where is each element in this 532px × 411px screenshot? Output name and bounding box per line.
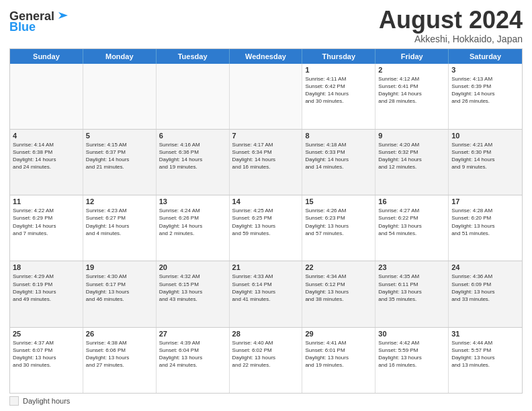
calendar-row: 11Sunrise: 4:22 AM Sunset: 6:29 PM Dayli… <box>10 195 522 261</box>
calendar-header-cell: Sunday <box>10 49 83 64</box>
calendar-cell: 20Sunrise: 4:32 AM Sunset: 6:15 PM Dayli… <box>157 261 230 326</box>
calendar-cell <box>230 64 303 129</box>
calendar-cell: 24Sunrise: 4:36 AM Sunset: 6:09 PM Dayli… <box>449 261 522 326</box>
cell-info: Sunrise: 4:38 AM Sunset: 6:06 PM Dayligh… <box>86 339 153 369</box>
cell-day-number: 6 <box>159 132 226 140</box>
cell-info: Sunrise: 4:22 AM Sunset: 6:29 PM Dayligh… <box>13 207 80 237</box>
calendar-cell: 22Sunrise: 4:34 AM Sunset: 6:12 PM Dayli… <box>302 261 375 326</box>
cell-info: Sunrise: 4:16 AM Sunset: 6:36 PM Dayligh… <box>159 141 226 171</box>
calendar-cell <box>10 64 83 129</box>
calendar-row: 25Sunrise: 4:37 AM Sunset: 6:07 PM Dayli… <box>10 327 522 393</box>
cell-day-number: 28 <box>232 330 300 338</box>
header: General Blue August 2024 Akkeshi, Hokkai… <box>9 7 523 44</box>
calendar-cell: 4Sunrise: 4:14 AM Sunset: 6:38 PM Daylig… <box>10 130 83 195</box>
calendar-cell: 31Sunrise: 4:44 AM Sunset: 5:57 PM Dayli… <box>449 328 522 393</box>
cell-info: Sunrise: 4:13 AM Sunset: 6:39 PM Dayligh… <box>451 75 519 105</box>
calendar-cell: 11Sunrise: 4:22 AM Sunset: 6:29 PM Dayli… <box>10 195 83 261</box>
calendar-cell: 27Sunrise: 4:39 AM Sunset: 6:04 PM Dayli… <box>157 328 230 393</box>
svg-marker-0 <box>58 12 68 19</box>
calendar-row: 18Sunrise: 4:29 AM Sunset: 6:19 PM Dayli… <box>10 261 522 326</box>
footer-label: Daylight hours <box>23 397 70 405</box>
logo-arrow-icon <box>56 8 71 23</box>
cell-day-number: 22 <box>305 263 372 271</box>
cell-day-number: 20 <box>159 263 226 271</box>
calendar-cell: 9Sunrise: 4:20 AM Sunset: 6:32 PM Daylig… <box>375 130 449 195</box>
calendar-cell <box>157 64 230 129</box>
cell-info: Sunrise: 4:40 AM Sunset: 6:02 PM Dayligh… <box>232 339 300 369</box>
cell-day-number: 19 <box>86 263 153 271</box>
calendar: SundayMondayTuesdayWednesdayThursdayFrid… <box>9 48 523 394</box>
calendar-cell: 28Sunrise: 4:40 AM Sunset: 6:02 PM Dayli… <box>230 328 303 393</box>
calendar-cell: 14Sunrise: 4:25 AM Sunset: 6:25 PM Dayli… <box>230 195 303 261</box>
cell-day-number: 16 <box>378 197 445 205</box>
cell-info: Sunrise: 4:18 AM Sunset: 6:33 PM Dayligh… <box>305 141 372 171</box>
calendar-cell: 6Sunrise: 4:16 AM Sunset: 6:36 PM Daylig… <box>157 130 230 195</box>
cell-info: Sunrise: 4:21 AM Sunset: 6:30 PM Dayligh… <box>451 141 519 171</box>
cell-info: Sunrise: 4:17 AM Sunset: 6:34 PM Dayligh… <box>232 141 300 171</box>
calendar-header-row: SundayMondayTuesdayWednesdayThursdayFrid… <box>10 49 522 64</box>
calendar-cell: 5Sunrise: 4:15 AM Sunset: 6:37 PM Daylig… <box>83 130 157 195</box>
cell-day-number: 18 <box>13 263 80 271</box>
cell-info: Sunrise: 4:14 AM Sunset: 6:38 PM Dayligh… <box>13 141 80 171</box>
calendar-header-cell: Monday <box>83 49 157 64</box>
calendar-header-cell: Tuesday <box>157 49 230 64</box>
cell-day-number: 23 <box>378 263 445 271</box>
calendar-body: 1Sunrise: 4:11 AM Sunset: 6:42 PM Daylig… <box>10 64 522 393</box>
calendar-cell: 23Sunrise: 4:35 AM Sunset: 6:11 PM Dayli… <box>375 261 449 326</box>
cell-info: Sunrise: 4:44 AM Sunset: 5:57 PM Dayligh… <box>451 339 519 369</box>
logo-blue: Blue <box>9 20 36 34</box>
calendar-row: 4Sunrise: 4:14 AM Sunset: 6:38 PM Daylig… <box>10 129 522 195</box>
calendar-header-cell: Friday <box>375 49 449 64</box>
cell-day-number: 17 <box>451 197 519 205</box>
cell-day-number: 1 <box>305 66 372 74</box>
calendar-cell: 30Sunrise: 4:42 AM Sunset: 5:59 PM Dayli… <box>375 328 449 393</box>
calendar-cell: 25Sunrise: 4:37 AM Sunset: 6:07 PM Dayli… <box>10 328 83 393</box>
calendar-cell: 26Sunrise: 4:38 AM Sunset: 6:06 PM Dayli… <box>83 328 157 393</box>
cell-info: Sunrise: 4:37 AM Sunset: 6:07 PM Dayligh… <box>13 339 80 369</box>
calendar-cell: 12Sunrise: 4:23 AM Sunset: 6:27 PM Dayli… <box>83 195 157 261</box>
cell-day-number: 7 <box>232 132 300 140</box>
calendar-header-cell: Thursday <box>302 49 375 64</box>
cell-info: Sunrise: 4:41 AM Sunset: 6:01 PM Dayligh… <box>305 339 372 369</box>
page: General Blue August 2024 Akkeshi, Hokkai… <box>0 0 532 411</box>
cell-info: Sunrise: 4:24 AM Sunset: 6:26 PM Dayligh… <box>159 207 226 237</box>
calendar-cell: 21Sunrise: 4:33 AM Sunset: 6:14 PM Dayli… <box>230 261 303 326</box>
cell-day-number: 12 <box>86 197 153 205</box>
cell-day-number: 14 <box>232 197 300 205</box>
cell-info: Sunrise: 4:36 AM Sunset: 6:09 PM Dayligh… <box>451 273 519 303</box>
cell-info: Sunrise: 4:12 AM Sunset: 6:41 PM Dayligh… <box>378 75 445 105</box>
calendar-cell <box>83 64 157 129</box>
cell-info: Sunrise: 4:23 AM Sunset: 6:27 PM Dayligh… <box>86 207 153 237</box>
calendar-header-cell: Saturday <box>449 49 522 64</box>
calendar-cell: 7Sunrise: 4:17 AM Sunset: 6:34 PM Daylig… <box>230 130 303 195</box>
calendar-cell: 3Sunrise: 4:13 AM Sunset: 6:39 PM Daylig… <box>449 64 522 129</box>
footer-box <box>9 396 19 406</box>
calendar-cell: 8Sunrise: 4:18 AM Sunset: 6:33 PM Daylig… <box>302 130 375 195</box>
cell-info: Sunrise: 4:29 AM Sunset: 6:19 PM Dayligh… <box>13 273 80 303</box>
cell-day-number: 26 <box>86 330 153 338</box>
cell-day-number: 25 <box>13 330 80 338</box>
cell-day-number: 21 <box>232 263 300 271</box>
cell-info: Sunrise: 4:30 AM Sunset: 6:17 PM Dayligh… <box>86 273 153 303</box>
footer: Daylight hours <box>9 394 523 406</box>
cell-info: Sunrise: 4:39 AM Sunset: 6:04 PM Dayligh… <box>159 339 226 369</box>
cell-info: Sunrise: 4:32 AM Sunset: 6:15 PM Dayligh… <box>159 273 226 303</box>
cell-day-number: 9 <box>378 132 445 140</box>
cell-info: Sunrise: 4:27 AM Sunset: 6:22 PM Dayligh… <box>378 207 445 237</box>
cell-day-number: 3 <box>451 66 519 74</box>
cell-info: Sunrise: 4:35 AM Sunset: 6:11 PM Dayligh… <box>378 273 445 303</box>
cell-info: Sunrise: 4:33 AM Sunset: 6:14 PM Dayligh… <box>232 273 300 303</box>
calendar-cell: 2Sunrise: 4:12 AM Sunset: 6:41 PM Daylig… <box>375 64 449 129</box>
cell-info: Sunrise: 4:26 AM Sunset: 6:23 PM Dayligh… <box>305 207 372 237</box>
cell-day-number: 8 <box>305 132 372 140</box>
calendar-title: August 2024 <box>379 7 523 34</box>
cell-info: Sunrise: 4:28 AM Sunset: 6:20 PM Dayligh… <box>451 207 519 237</box>
cell-info: Sunrise: 4:20 AM Sunset: 6:32 PM Dayligh… <box>378 141 445 171</box>
calendar-cell: 13Sunrise: 4:24 AM Sunset: 6:26 PM Dayli… <box>157 195 230 261</box>
logo: General Blue <box>9 9 71 34</box>
calendar-row: 1Sunrise: 4:11 AM Sunset: 6:42 PM Daylig… <box>10 64 522 129</box>
calendar-cell: 16Sunrise: 4:27 AM Sunset: 6:22 PM Dayli… <box>375 195 449 261</box>
calendar-cell: 10Sunrise: 4:21 AM Sunset: 6:30 PM Dayli… <box>449 130 522 195</box>
cell-info: Sunrise: 4:34 AM Sunset: 6:12 PM Dayligh… <box>305 273 372 303</box>
cell-day-number: 27 <box>159 330 226 338</box>
